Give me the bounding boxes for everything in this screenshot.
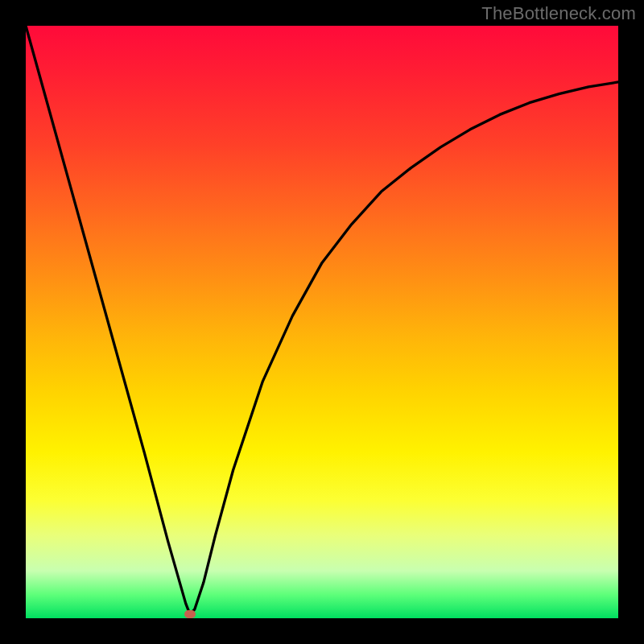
minimum-marker bbox=[184, 610, 196, 618]
chart-frame: TheBottleneck.com bbox=[0, 0, 644, 644]
bottleneck-curve bbox=[26, 26, 618, 614]
watermark-text: TheBottleneck.com bbox=[481, 3, 636, 24]
plot-area bbox=[26, 26, 618, 618]
curve-svg bbox=[26, 26, 618, 618]
